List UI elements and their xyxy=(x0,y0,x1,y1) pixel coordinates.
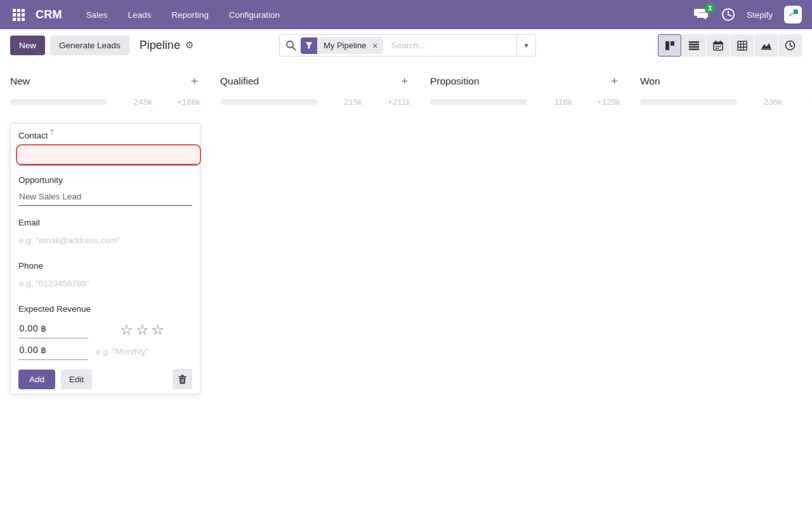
view-activity-button[interactable] xyxy=(778,34,802,57)
expected-revenue-input[interactable] xyxy=(18,321,88,338)
messages-icon[interactable]: 3 xyxy=(693,7,710,22)
search-input[interactable]: Search... xyxy=(391,41,516,50)
phone-label: Phone xyxy=(18,261,192,272)
column-progressbar[interactable] xyxy=(430,99,527,105)
kanban-icon xyxy=(665,41,675,51)
view-kanban-button[interactable] xyxy=(658,34,681,57)
add-button[interactable]: Add xyxy=(18,370,55,389)
calendar-icon xyxy=(713,41,723,51)
search-options-toggle[interactable]: ▾ xyxy=(516,35,535,56)
gear-icon[interactable]: ⚙ xyxy=(185,39,193,51)
new-button[interactable]: New xyxy=(10,36,45,55)
column-title: Proposition xyxy=(430,76,480,87)
menu-configuration[interactable]: Configuration xyxy=(221,6,287,23)
priority-star-icon[interactable]: ☆ xyxy=(151,323,164,337)
help-icon[interactable]: ? xyxy=(50,129,54,136)
column-total: 116k xyxy=(554,97,572,107)
view-graph-button[interactable] xyxy=(754,34,778,57)
activity-clock-icon xyxy=(785,40,796,51)
priority-star-icon[interactable]: ☆ xyxy=(136,323,149,337)
opportunity-label: Opportunity xyxy=(18,175,192,187)
pivot-icon xyxy=(737,41,747,51)
view-switcher xyxy=(658,34,802,57)
column-progressbar[interactable] xyxy=(10,99,107,105)
view-calendar-button[interactable] xyxy=(706,34,730,57)
kanban-column-won: Won + 236k +66k xyxy=(640,74,812,107)
quick-create-card: Contact? Opportunity Email Phone Expecte… xyxy=(10,123,200,394)
column-title: Won xyxy=(640,76,660,87)
priority-star-icon[interactable]: ☆ xyxy=(120,323,133,337)
navbar-systray: 3 Stepify xyxy=(693,6,802,23)
contact-label: Contact? xyxy=(18,129,192,140)
contact-input[interactable] xyxy=(16,144,201,166)
list-icon xyxy=(689,41,699,50)
column-total: 215k xyxy=(344,97,362,107)
column-title: Qualified xyxy=(220,76,259,87)
kanban-board: New + 245k +188k Contact? Opportunity Em… xyxy=(0,61,812,394)
expected-revenue-label: Expected Revenue xyxy=(18,304,192,316)
recurring-revenue-input[interactable] xyxy=(18,342,88,360)
user-name[interactable]: Stepify xyxy=(747,10,773,20)
column-delta: +211k xyxy=(362,97,410,107)
email-input[interactable] xyxy=(18,232,192,249)
kanban-column-proposition: Proposition + 116k +129k xyxy=(430,74,620,107)
user-avatar[interactable] xyxy=(784,6,802,23)
filter-funnel-icon xyxy=(301,37,317,54)
column-progressbar[interactable] xyxy=(220,99,317,105)
top-navbar: CRM Sales Leads Reporting Configuration … xyxy=(0,0,812,29)
opportunity-input[interactable] xyxy=(18,189,192,206)
add-record-plus-icon[interactable]: + xyxy=(608,74,620,88)
email-label: Email xyxy=(18,218,192,229)
app-brand[interactable]: CRM xyxy=(36,8,62,22)
column-title: New xyxy=(10,76,30,87)
phone-input[interactable] xyxy=(18,275,192,292)
column-delta: +66k xyxy=(782,97,812,107)
column-total: 245k xyxy=(134,97,152,107)
generate-leads-button[interactable]: Generate Leads xyxy=(50,36,129,55)
trash-icon xyxy=(178,375,187,384)
menu-leads[interactable]: Leads xyxy=(120,6,159,23)
add-record-plus-icon[interactable]: + xyxy=(188,74,200,88)
kanban-column-qualified: Qualified + 215k +211k xyxy=(220,74,410,107)
discard-button[interactable] xyxy=(173,369,192,389)
search-bar[interactable]: My Pipeline × Search... ▾ xyxy=(279,34,536,57)
avatar-tail-icon xyxy=(789,12,794,17)
column-total: 236k xyxy=(764,97,782,107)
search-facet-my-pipeline: My Pipeline × xyxy=(301,37,383,54)
messages-count-badge: 3 xyxy=(705,3,715,13)
facet-close-icon[interactable]: × xyxy=(371,41,383,51)
caret-down-icon: ▾ xyxy=(525,41,528,50)
priority-widget: ☆ ☆ ☆ xyxy=(120,323,164,337)
edit-button[interactable]: Edit xyxy=(61,370,92,389)
avatar-spark-icon xyxy=(794,10,798,14)
column-delta: +129k xyxy=(572,97,620,107)
column-delta: +188k xyxy=(152,97,200,107)
add-record-plus-icon[interactable]: + xyxy=(398,74,410,88)
menu-sales[interactable]: Sales xyxy=(79,6,115,23)
menu-reporting[interactable]: Reporting xyxy=(164,6,216,23)
apps-grid-icon[interactable] xyxy=(10,6,27,23)
main-menu: Sales Leads Reporting Configuration xyxy=(79,6,287,23)
page-title: Pipeline xyxy=(140,39,180,52)
search-icon xyxy=(285,40,296,51)
view-pivot-button[interactable] xyxy=(730,34,754,57)
facet-label: My Pipeline xyxy=(317,41,371,50)
kanban-column-new: New + 245k +188k Contact? Opportunity Em… xyxy=(10,74,200,394)
graph-icon xyxy=(761,41,772,50)
activities-clock-icon[interactable] xyxy=(721,8,735,22)
view-list-button[interactable] xyxy=(682,34,705,57)
column-progressbar[interactable] xyxy=(640,99,737,105)
recurring-plan-input[interactable]: e.g. "Monthly" xyxy=(96,347,148,356)
